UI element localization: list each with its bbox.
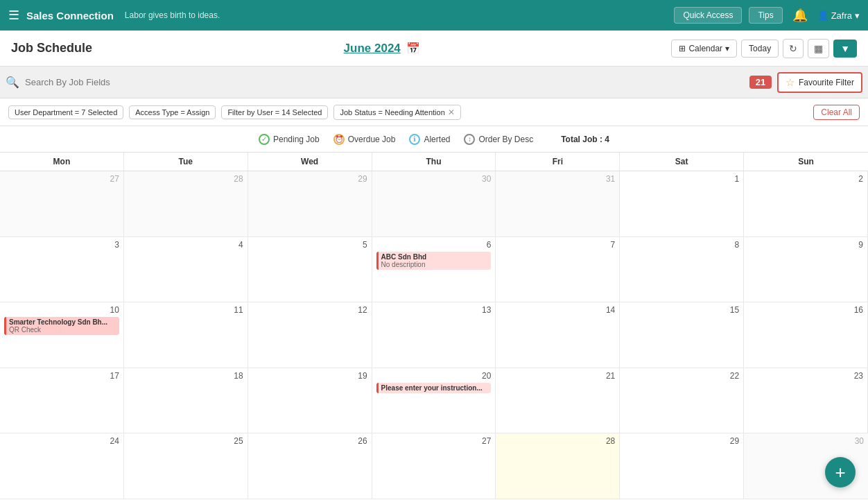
filter-chip-department[interactable]: User Department = 7 Selected [8, 105, 123, 119]
calendar-cell[interactable]: 3 [0, 237, 124, 303]
overdue-job-label: Overdue Job [348, 135, 396, 144]
calendar-cell[interactable]: 10Smarter Technology Sdn Bh...QR Check [0, 302, 124, 368]
day-number: 13 [376, 305, 492, 315]
header-actions: ⊞ Calendar ▾ Today ↻ ▦ ▼ [671, 39, 857, 58]
remove-job-status-filter-icon[interactable]: ✕ [448, 107, 455, 117]
calendar-view-button[interactable]: ⊞ Calendar ▾ [671, 40, 737, 58]
view-toggle-button[interactable]: ▦ [808, 39, 829, 58]
header-center: June 2024 📅 [92, 42, 671, 55]
user-menu[interactable]: 👤 Zafra ▾ [817, 10, 860, 21]
calendar-cell[interactable]: 17 [0, 368, 124, 434]
pending-job-label: Pending Job [273, 135, 320, 144]
favourite-filter-button[interactable]: ☆ Favourite Filter [777, 72, 862, 93]
calendar-cell[interactable]: 16 [744, 302, 868, 368]
calendar-cell[interactable]: 26 [248, 433, 372, 499]
day-header-mon: Mon [0, 153, 124, 171]
day-number: 25 [128, 436, 243, 446]
calendar-cell[interactable]: 14 [496, 302, 620, 368]
calendar-cell[interactable]: 2 [744, 171, 868, 237]
pending-job-icon: ✓ [259, 134, 270, 145]
tagline: Labor gives birth to ideas. [125, 10, 668, 20]
filter-button[interactable]: ▼ [833, 40, 857, 58]
calendar-view-label: Calendar [688, 44, 722, 53]
calendar-cell[interactable]: 8 [620, 237, 744, 303]
filter-chip-user[interactable]: Filter by User = 14 Selected [221, 105, 328, 119]
grid-icon: ⊞ [679, 44, 686, 53]
user-avatar-icon: 👤 [817, 10, 828, 21]
calendar-cell[interactable]: 30 [372, 171, 496, 237]
calendar-cell[interactable]: 25 [124, 433, 248, 499]
order-by-desc-filter[interactable]: ↕ Order By Desc [464, 134, 533, 145]
calendar-picker-icon[interactable]: 📅 [406, 42, 420, 55]
calendar-cell[interactable]: 20Please enter your instruction... [372, 368, 496, 434]
day-number: 8 [624, 240, 739, 250]
alerted-filter[interactable]: ℹ Alerted [409, 134, 450, 145]
calendar-cell[interactable]: 19 [248, 368, 372, 434]
search-bar: 🔍 21 ☆ Favourite Filter [0, 67, 868, 98]
add-job-button[interactable]: + [825, 457, 856, 488]
day-number: 14 [500, 305, 615, 315]
calendar-cell[interactable]: 21 [496, 368, 620, 434]
filter-chip-job-status[interactable]: Job Status = Needing Attention ✕ [333, 105, 460, 120]
calendar-event[interactable]: Please enter your instruction... [376, 383, 492, 393]
pending-job-filter[interactable]: ✓ Pending Job [259, 134, 320, 145]
alerted-icon: ℹ [409, 134, 420, 145]
calendar-cell[interactable]: 6ABC Sdn BhdNo description [372, 237, 496, 303]
page-header: Job Schedule June 2024 📅 ⊞ Calendar ▾ To… [0, 31, 868, 67]
search-input[interactable] [25, 77, 744, 87]
calendar-event[interactable]: Smarter Technology Sdn Bh...QR Check [4, 317, 119, 335]
calendar-cell[interactable]: 18 [124, 368, 248, 434]
calendar-cell[interactable]: 27 [0, 171, 124, 237]
quick-access-button[interactable]: Quick Access [674, 7, 742, 24]
calendar: MonTueWedThuFriSatSun 2728293031123456AB… [0, 153, 868, 500]
calendar-cell[interactable]: 24 [0, 433, 124, 499]
calendar-cell[interactable]: 5 [248, 237, 372, 303]
search-icon: 🔍 [6, 76, 19, 89]
page-title: Job Schedule [11, 41, 92, 55]
calendar-cell[interactable]: 1 [620, 171, 744, 237]
status-bar: ✓ Pending Job ⏰ Overdue Job ℹ Alerted ↕ … [0, 126, 868, 153]
day-number: 7 [500, 240, 615, 250]
tips-button[interactable]: Tips [749, 7, 782, 24]
day-number: 11 [128, 305, 243, 315]
refresh-button[interactable]: ↻ [783, 39, 804, 58]
event-description: No description [381, 261, 489, 268]
notification-icon[interactable]: 🔔 [790, 8, 810, 23]
calendar-cell[interactable]: 29 [620, 433, 744, 499]
day-header-wed: Wed [248, 153, 372, 171]
calendar-cell[interactable]: 7 [496, 237, 620, 303]
today-button[interactable]: Today [741, 40, 779, 58]
menu-icon[interactable]: ☰ [8, 8, 19, 23]
calendar-cell[interactable]: 23 [744, 368, 868, 434]
calendar-cell[interactable]: 4 [124, 237, 248, 303]
calendar-cell[interactable]: 15 [620, 302, 744, 368]
calendar-cell[interactable]: 12 [248, 302, 372, 368]
day-number: 27 [376, 436, 492, 446]
day-number: 17 [4, 371, 119, 381]
calendar-cell[interactable]: 27 [372, 433, 496, 499]
clear-all-button[interactable]: Clear All [813, 105, 860, 120]
day-number: 19 [252, 371, 367, 381]
day-number: 3 [4, 240, 119, 250]
day-header-fri: Fri [496, 153, 620, 171]
overdue-job-filter[interactable]: ⏰ Overdue Job [333, 134, 396, 145]
calendar-cell[interactable]: 9 [744, 237, 868, 303]
calendar-cell[interactable]: 13 [372, 302, 496, 368]
month-title[interactable]: June 2024 [344, 42, 401, 55]
calendar-event[interactable]: ABC Sdn BhdNo description [376, 252, 492, 270]
dropdown-icon: ▾ [725, 44, 729, 53]
calendar-cell[interactable]: 22 [620, 368, 744, 434]
calendar-cell[interactable]: 11 [124, 302, 248, 368]
day-number: 1 [624, 174, 739, 184]
filter-chip-access-type[interactable]: Access Type = Assign [129, 105, 216, 119]
day-header-tue: Tue [124, 153, 248, 171]
day-number: 29 [624, 436, 739, 446]
user-name: Zafra [831, 10, 852, 21]
calendar-cell[interactable]: 31 [496, 171, 620, 237]
calendar-cell[interactable]: 28 [496, 433, 620, 499]
total-job-count: Total Job : 4 [561, 135, 609, 144]
day-number: 28 [500, 436, 615, 446]
calendar-cell[interactable]: 29 [248, 171, 372, 237]
day-number: 6 [376, 240, 492, 250]
calendar-cell[interactable]: 28 [124, 171, 248, 237]
